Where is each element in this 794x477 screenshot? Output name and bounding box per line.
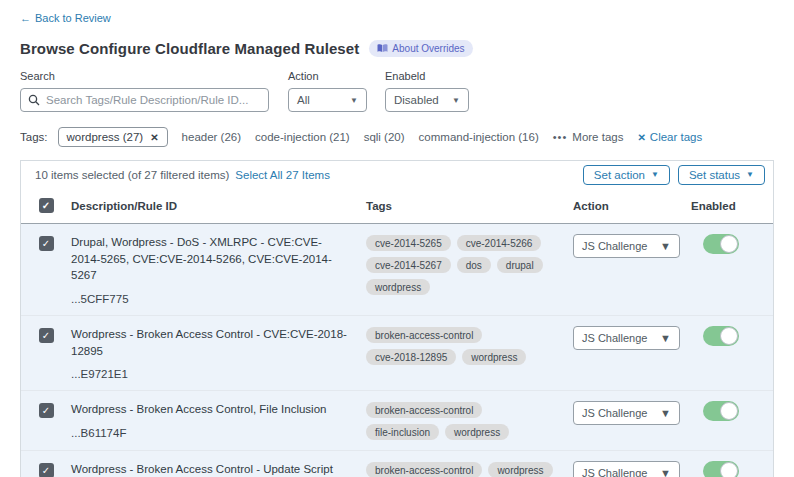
enabled-label: Enabeld — [385, 70, 469, 82]
enabled-filter: Enabeld Disabled ▼ — [385, 70, 469, 112]
clear-icon: ✕ — [637, 132, 645, 143]
tag-pill: cve-2014-5265 — [366, 235, 451, 251]
tag-filter-option[interactable]: header (26) — [182, 131, 241, 143]
action-dropdown[interactable]: JS Challenge ▼ — [573, 326, 680, 350]
row-checkbox[interactable]: ✓ — [39, 236, 54, 251]
row-tags: cve-2014-5265cve-2014-5266cve-2014-5267d… — [366, 234, 561, 295]
tag-filter-option[interactable]: code-injection (21) — [255, 131, 350, 143]
row-checkbox[interactable]: ✓ — [39, 463, 54, 477]
tag-pill: wordpress — [488, 462, 552, 477]
rule-id: ...E9721E1 — [71, 368, 348, 380]
action-dropdown-value: JS Challenge — [582, 407, 647, 419]
row-checkbox[interactable]: ✓ — [39, 328, 54, 343]
action-dropdown[interactable]: JS Challenge ▼ — [573, 234, 680, 258]
tag-pill: drupal — [497, 257, 543, 273]
rule-id: ...5CFF775 — [71, 293, 348, 305]
tag-pill: cve-2014-5266 — [457, 235, 542, 251]
row-tags: broken-access-controlfile-inclusionwordp… — [366, 401, 561, 440]
set-status-label: Set status — [689, 169, 740, 181]
toggle-knob — [720, 235, 738, 253]
selection-summary: 10 items selected (of 27 filtered items) — [35, 169, 229, 181]
tag-filter-option[interactable]: command-injection (16) — [419, 131, 539, 143]
enabled-select[interactable]: Disabled ▼ — [385, 88, 469, 112]
about-overrides-badge[interactable]: About Overrides — [369, 40, 472, 57]
tag-pill: broken-access-control — [366, 402, 482, 418]
tag-pill: wordpress — [462, 349, 526, 365]
enabled-toggle[interactable] — [703, 461, 739, 477]
table-row: ✓ Wordpress - Broken Access Control, Fil… — [21, 391, 773, 451]
set-action-button[interactable]: Set action ▼ — [583, 165, 670, 185]
title-row: Browse Configure Cloudflare Managed Rule… — [20, 40, 774, 57]
table-row: ✓ Wordpress - Broken Access Control - Up… — [21, 451, 773, 477]
select-all-checkbox[interactable]: ✓ — [39, 198, 54, 213]
action-select[interactable]: All ▼ — [288, 88, 367, 112]
tag-pill: cve-2014-5267 — [366, 257, 451, 273]
action-dropdown-value: JS Challenge — [582, 332, 647, 344]
table-row: ✓ Wordpress - Broken Access Control - CV… — [21, 316, 773, 391]
action-dropdown[interactable]: JS Challenge ▼ — [573, 401, 680, 425]
book-icon — [377, 44, 388, 53]
search-filter: Search — [20, 70, 269, 112]
rule-description: Wordpress - Broken Access Control, File … — [71, 401, 348, 418]
action-dropdown-value: JS Challenge — [582, 240, 647, 252]
select-all-link[interactable]: Select All 27 Items — [235, 169, 330, 181]
tag-filter-option[interactable]: sqli (20) — [364, 131, 405, 143]
tags-label: Tags: — [20, 131, 48, 143]
enabled-toggle[interactable] — [703, 234, 739, 254]
search-label: Search — [20, 70, 269, 82]
back-to-review-link[interactable]: ← Back to Review — [20, 12, 111, 24]
tag-pill: broken-access-control — [366, 327, 482, 343]
badge-label: About Overrides — [392, 43, 464, 54]
chevron-down-icon: ▼ — [651, 170, 659, 179]
rule-description: Wordpress - Broken Access Control - CVE:… — [71, 326, 348, 359]
tag-pill: broken-access-control — [366, 462, 482, 477]
action-label: Action — [288, 70, 367, 82]
more-tags-button[interactable]: ••• More tags — [553, 131, 624, 143]
tag-pill: cve-2018-12895 — [366, 349, 456, 365]
chevron-down-icon: ▼ — [350, 96, 358, 105]
search-input[interactable] — [46, 94, 261, 106]
action-select-value: All — [297, 94, 310, 106]
selection-bar: 10 items selected (of 27 filtered items)… — [21, 161, 773, 188]
toggle-knob — [720, 462, 738, 477]
chevron-down-icon: ▼ — [660, 332, 671, 344]
row-tags: broken-access-controlcve-2018-12895wordp… — [366, 326, 561, 365]
enabled-toggle[interactable] — [703, 326, 739, 346]
chevron-down-icon: ▼ — [660, 407, 671, 419]
column-header-tags: Tags — [366, 200, 573, 212]
search-icon — [28, 94, 40, 106]
toggle-knob — [720, 327, 738, 345]
back-arrow-icon: ← — [20, 12, 31, 24]
filters-row: Search Action All ▼ Enabeld Disabled ▼ — [20, 70, 774, 112]
search-box — [20, 88, 269, 112]
chevron-down-icon: ▼ — [660, 467, 671, 477]
set-action-label: Set action — [594, 169, 645, 181]
page: ← Back to Review Browse Configure Cloudf… — [0, 0, 794, 477]
more-tags-label: More tags — [572, 131, 623, 143]
chevron-down-icon: ▼ — [660, 240, 671, 252]
action-dropdown[interactable]: JS Challenge ▼ — [573, 461, 680, 477]
table-header: ✓ Description/Rule ID Tags Action Enable… — [21, 188, 773, 224]
rule-description: Drupal, Wordpress - DoS - XMLRPC - CVE:C… — [71, 234, 348, 284]
set-status-button[interactable]: Set status ▼ — [678, 165, 765, 185]
clear-tags-button[interactable]: ✕ Clear tags — [637, 131, 702, 143]
chevron-down-icon: ▼ — [746, 170, 754, 179]
rule-description: Wordpress - Broken Access Control - Upda… — [71, 461, 348, 477]
row-checkbox[interactable]: ✓ — [39, 403, 54, 418]
tag-pill: file-inclusion — [366, 424, 439, 440]
row-tags: broken-access-controlwordpress — [366, 461, 561, 477]
tag-pill: wordpress — [445, 424, 509, 440]
enabled-select-value: Disabled — [394, 94, 439, 106]
column-header-action: Action — [573, 200, 691, 212]
clear-tags-label: Clear tags — [650, 131, 702, 143]
table-row: ✓ Drupal, Wordpress - DoS - XMLRPC - CVE… — [21, 224, 773, 316]
column-header-enabled: Enabled — [691, 200, 773, 212]
selected-tag-chip[interactable]: wordpress (27) ✕ — [58, 127, 168, 147]
tags-filter-bar: Tags: wordpress (27) ✕ header (26) code-… — [20, 127, 774, 147]
enabled-toggle[interactable] — [703, 401, 739, 421]
tag-pill: dos — [457, 257, 491, 273]
remove-tag-icon[interactable]: ✕ — [150, 132, 158, 143]
rule-id: ...B61174F — [71, 427, 348, 439]
toggle-knob — [720, 402, 738, 420]
ellipsis-icon: ••• — [553, 131, 568, 143]
